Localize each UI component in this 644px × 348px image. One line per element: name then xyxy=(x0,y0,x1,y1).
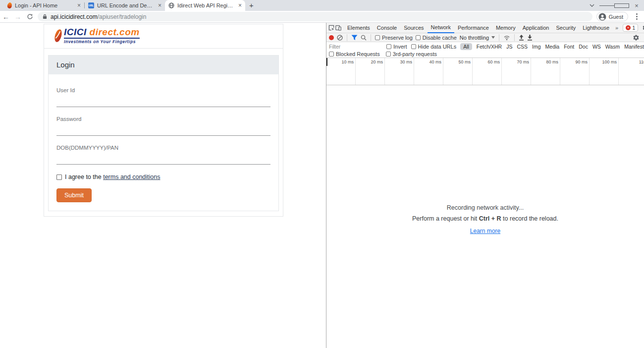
close-window-button[interactable]: × xyxy=(629,0,644,11)
terms-checkbox[interactable] xyxy=(56,174,62,180)
restore-button[interactable] xyxy=(614,0,629,11)
site-header: ICICI direct.com Investments on Your Fin… xyxy=(44,24,283,49)
submit-button[interactable]: Submit xyxy=(56,188,92,202)
filter-funnel-icon[interactable] xyxy=(351,35,358,41)
tab-close-icon[interactable]: × xyxy=(77,2,81,8)
device-toolbar-icon[interactable] xyxy=(335,24,342,31)
hide-data-urls-checkbox[interactable]: Hide data URLs xyxy=(411,44,457,50)
back-icon[interactable]: ← xyxy=(0,13,12,21)
ruler-tick: 10 ms xyxy=(326,58,356,85)
profile-chip[interactable]: Guest xyxy=(596,12,628,21)
learn-more-link[interactable]: Learn more xyxy=(470,228,500,234)
ruler-tick: 50 ms xyxy=(443,58,473,85)
devtools-settings-gear-icon[interactable] xyxy=(640,24,644,31)
network-conditions-icon[interactable] xyxy=(503,35,510,41)
inspect-element-icon[interactable] xyxy=(328,24,335,31)
filter-type-all[interactable]: All xyxy=(460,43,472,50)
filter-type-media[interactable]: Media xyxy=(545,44,560,50)
filter-type-manifest[interactable]: Manifest xyxy=(624,44,644,50)
filter-type-img[interactable]: Img xyxy=(532,44,541,50)
disable-cache-checkbox[interactable]: Disable cache xyxy=(416,35,457,41)
error-count-badge[interactable]: × 1 xyxy=(623,24,638,32)
terms-and-conditions-link[interactable]: terms and conditions xyxy=(103,174,160,180)
login-form: User Id Password DOB(DDMMYYYY)/PAN I agr… xyxy=(49,74,278,202)
password-input[interactable] xyxy=(56,127,270,136)
user-id-input[interactable] xyxy=(56,98,270,107)
ruler-tick: 110 xyxy=(619,58,644,85)
network-filter-input[interactable] xyxy=(329,44,382,50)
logo-wordmark: ICICI direct.com xyxy=(64,27,140,37)
tab-close-icon[interactable]: × xyxy=(238,2,242,8)
ruler-tick: 40 ms xyxy=(414,58,443,85)
tab-idirect-registration[interactable]: Idirect Web API Registration × xyxy=(165,0,245,11)
ruler-tick: 30 ms xyxy=(385,58,414,85)
toolbar-divider xyxy=(499,34,499,41)
user-id-group: User Id xyxy=(56,87,270,107)
minimize-button[interactable] xyxy=(599,0,614,11)
preserve-log-checkbox[interactable]: Preserve log xyxy=(375,35,413,41)
tab-strip: Login - API Home × URL URL Encode and De… xyxy=(0,0,644,11)
reload-icon[interactable] xyxy=(24,13,36,20)
error-icon: × xyxy=(626,25,631,30)
globe-icon xyxy=(168,2,174,8)
checkbox xyxy=(416,35,421,40)
toolbar-divider xyxy=(514,34,515,41)
devtools-tab-memory[interactable]: Memory xyxy=(492,23,519,33)
record-hint-text: Perform a request or hit Ctrl + R to rec… xyxy=(326,215,644,222)
devtools-tab-performance[interactable]: Performance xyxy=(454,23,492,33)
devtools-tab-security[interactable]: Security xyxy=(552,23,579,33)
devtools-tab-network[interactable]: Network xyxy=(428,23,454,33)
browser-window: Login - API Home × URL URL Encode and De… xyxy=(0,0,644,348)
tab-login-api-home[interactable]: Login - API Home × xyxy=(4,0,84,11)
page-viewport: ICICI direct.com Investments on Your Fin… xyxy=(0,23,326,348)
export-har-icon[interactable] xyxy=(527,35,533,41)
devtools-tab-elements[interactable]: Elements xyxy=(344,23,374,33)
profile-label: Guest xyxy=(609,14,623,20)
browser-menu-icon[interactable] xyxy=(631,13,642,20)
import-har-icon[interactable] xyxy=(519,35,524,41)
filter-type-js[interactable]: JS xyxy=(506,44,512,50)
forward-icon[interactable]: → xyxy=(12,13,24,21)
avatar-icon xyxy=(598,13,606,21)
url-text: api.icicidirect.com/apiuser/tradelogin xyxy=(51,13,146,20)
ruler-tick: 90 ms xyxy=(560,58,590,85)
login-page-container: ICICI direct.com Investments on Your Fin… xyxy=(44,24,283,217)
login-card-title: Login xyxy=(49,56,278,74)
filter-type-css[interactable]: CSS xyxy=(517,44,528,50)
dob-pan-input[interactable] xyxy=(56,156,270,165)
filter-type-fetch-xhr[interactable]: Fetch/XHR xyxy=(477,44,502,50)
tab-close-icon[interactable]: × xyxy=(158,2,161,8)
tab-url-encode[interactable]: URL URL Encode and Decode - Onlin × xyxy=(85,0,165,11)
lock-icon[interactable] xyxy=(43,14,47,19)
network-filter-row-2: Blocked Requests 3rd-party requests xyxy=(326,51,644,58)
filter-type-ws[interactable]: WS xyxy=(592,44,601,50)
logo-tagline: Investments on Your Fingertips xyxy=(64,38,140,44)
blocked-requests-checkbox[interactable]: Blocked Requests xyxy=(329,51,380,57)
more-tabs-icon[interactable]: » xyxy=(613,25,621,31)
search-icon[interactable] xyxy=(361,35,367,41)
third-party-requests-checkbox[interactable]: 3rd-party requests xyxy=(386,51,437,57)
filter-type-wasm[interactable]: Wasm xyxy=(605,44,620,50)
address-bar[interactable]: api.icicidirect.com/apiuser/tradelogin xyxy=(38,12,592,21)
tab-search-chevron-icon[interactable] xyxy=(585,0,599,11)
filter-type-doc[interactable]: Doc xyxy=(579,44,588,50)
tab-title: Login - API Home xyxy=(15,2,74,8)
network-settings-gear-icon[interactable] xyxy=(631,34,642,41)
toolbar-divider xyxy=(347,34,347,41)
window-controls: × xyxy=(585,0,644,11)
devtools-tab-sources[interactable]: Sources xyxy=(400,23,427,33)
new-tab-button[interactable]: + xyxy=(249,1,254,9)
devtools-tab-console[interactable]: Console xyxy=(374,23,400,33)
network-timeline-ruler: 10 ms 20 ms 30 ms 40 ms 50 ms 60 ms 70 m… xyxy=(326,58,644,85)
record-icon[interactable] xyxy=(329,35,334,40)
filter-type-font[interactable]: Font xyxy=(564,44,574,50)
throttling-dropdown[interactable]: No throttling xyxy=(460,35,495,41)
icici-leaf-logo-icon xyxy=(54,28,62,43)
user-id-label: User Id xyxy=(56,87,270,93)
toolbar-divider xyxy=(371,34,371,41)
devtools-tab-application[interactable]: Application xyxy=(519,23,553,33)
ruler-tick: 60 ms xyxy=(473,58,502,85)
invert-checkbox[interactable]: Invert xyxy=(386,44,407,50)
devtools-tab-lighthouse[interactable]: Lighthouse xyxy=(579,23,613,33)
clear-icon[interactable] xyxy=(337,35,343,41)
